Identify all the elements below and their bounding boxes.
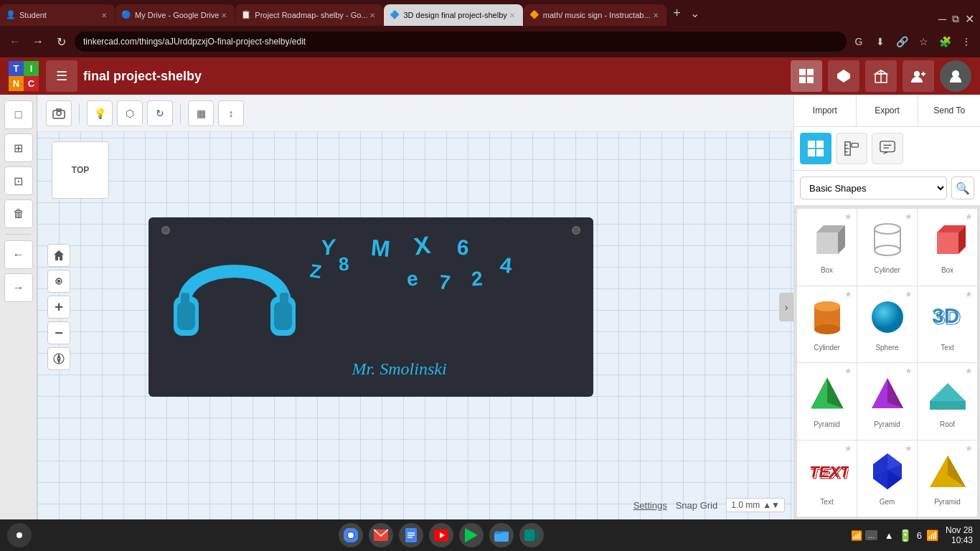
camera-view-button[interactable] — [46, 100, 72, 126]
taskbar-docs[interactable] — [399, 523, 423, 547]
new-shape-button[interactable]: □ — [4, 100, 33, 129]
panel-collapse-arrow[interactable]: › — [779, 293, 793, 321]
taskbar-play[interactable] — [459, 523, 484, 547]
compass-button[interactable] — [47, 347, 70, 370]
tab-instructables-close[interactable]: ✕ — [651, 10, 661, 20]
undo-button[interactable]: ← — [4, 240, 33, 269]
add-user-button[interactable] — [903, 60, 934, 92]
download-icon[interactable]: ⬇ — [872, 34, 888, 50]
app-container: T I N C ☰ final project-shelby — [0, 57, 980, 551]
tab-roadmap-close[interactable]: ✕ — [367, 10, 377, 20]
export-button[interactable]: Export — [857, 95, 919, 126]
taskbar-chrome[interactable] — [339, 523, 363, 547]
close-button[interactable]: ✕ — [965, 12, 974, 26]
minecraft-button[interactable] — [828, 60, 859, 92]
light-button[interactable]: 💡 — [87, 100, 113, 126]
box-favorite-star[interactable]: ★ — [844, 212, 852, 222]
svg-point-70 — [348, 532, 354, 538]
tab-tinkercad[interactable]: 🔷 3D design final project-shelby ✕ — [384, 4, 522, 26]
number-2: 2 — [471, 267, 484, 291]
roof-favorite-star[interactable]: ★ — [965, 366, 973, 376]
address-input[interactable]: tinkercad.com/things/aJUrddpzxjO-final-p… — [75, 32, 847, 52]
menu-icon[interactable]: ⋮ — [958, 34, 974, 50]
tab-drive[interactable]: 🔵 My Drive - Google Drive ✕ — [116, 4, 235, 26]
tab-student-close[interactable]: ✕ — [99, 10, 109, 20]
shape-item-roof[interactable]: ★ Roof — [918, 363, 977, 440]
taskbar-youtube[interactable] — [429, 523, 453, 547]
hamburger-menu-button[interactable]: ☰ — [46, 60, 77, 92]
letter-m: M — [369, 235, 391, 263]
google-account-icon[interactable]: G — [851, 34, 867, 50]
import-button[interactable]: Import — [794, 95, 857, 126]
cylinder-favorite-star[interactable]: ★ — [844, 289, 852, 299]
settings-link[interactable]: Settings — [633, 500, 667, 511]
grid-view-button[interactable] — [791, 60, 822, 92]
taskbar-gmail[interactable] — [369, 523, 393, 547]
text3d-favorite-star[interactable]: ★ — [965, 289, 973, 299]
shape-item-pyramid-purple[interactable]: ★ Pyramid — [857, 363, 917, 440]
send-to-button[interactable]: Send To — [918, 95, 980, 126]
fit-view-button[interactable] — [47, 270, 70, 293]
ungroup-button[interactable]: ⊡ — [4, 166, 33, 195]
back-button[interactable]: ← — [6, 32, 24, 51]
taskbar-files[interactable] — [489, 523, 514, 547]
tab-instructables[interactable]: 🔶 math/ music sign - Instructab... ✕ — [524, 4, 666, 26]
shape-item-text3d[interactable]: ★ 3D 3D Text — [918, 286, 977, 363]
tab-tinkercad-close[interactable]: ✕ — [507, 10, 517, 20]
extensions-icon[interactable]: 🧩 — [937, 34, 953, 50]
svg-rect-25 — [808, 141, 815, 148]
shape-item-sphere[interactable]: ★ — [857, 286, 917, 363]
shape-button[interactable]: ⬡ — [117, 100, 143, 126]
comment-panel-btn[interactable] — [872, 133, 903, 164]
align-button[interactable]: ▦ — [188, 100, 214, 126]
shape-item-pyramid-yellow[interactable]: ★ Pyramid — [918, 441, 977, 517]
box-red-favorite-star[interactable]: ★ — [965, 212, 973, 222]
user-avatar[interactable] — [940, 60, 971, 92]
box-button[interactable] — [865, 60, 897, 92]
tab-drive-label: My Drive - Google Drive — [135, 11, 219, 19]
shape-item-gem[interactable]: ★ Gem — [857, 441, 917, 517]
search-button[interactable]: 🔍 — [951, 176, 974, 199]
forward-button[interactable]: → — [29, 32, 47, 51]
delete-button[interactable]: 🗑 — [4, 199, 33, 228]
redo-button[interactable]: → — [4, 273, 33, 302]
reload-button[interactable]: ↻ — [52, 32, 70, 51]
shape-item-box-red[interactable]: ★ Box — [918, 209, 977, 286]
up-arrow-icon: ▲ — [885, 530, 894, 541]
gem-favorite-star[interactable]: ★ — [905, 443, 913, 453]
shape-category-select[interactable]: Basic Shapes — [800, 176, 947, 199]
group-button[interactable]: ⊞ — [4, 133, 33, 162]
tab-overflow-button[interactable]: ⌄ — [690, 6, 699, 20]
shape-item-cylinder-transparent[interactable]: ★ Cylinder — [857, 209, 917, 286]
home-view-button[interactable] — [47, 244, 70, 267]
shape-item-text-red[interactable]: ★ TEXT TEXT Text — [797, 441, 857, 517]
restore-button[interactable]: ⧉ — [952, 13, 959, 25]
shape-item-cylinder[interactable]: ★ Cylinder — [797, 286, 857, 363]
ruler-panel-btn[interactable] — [836, 133, 867, 164]
pyramid-g-favorite-star[interactable]: ★ — [844, 366, 852, 376]
taskbar-meet[interactable] — [519, 523, 544, 547]
zoom-out-button[interactable]: − — [47, 321, 70, 344]
tab-tinkercad-favicon: 🔷 — [390, 10, 400, 20]
view-cube[interactable]: TOP — [52, 141, 109, 199]
rotate-button[interactable]: ↻ — [147, 100, 173, 126]
pyramid-y-favorite-star[interactable]: ★ — [965, 443, 973, 453]
text-red-favorite-star[interactable]: ★ — [844, 443, 852, 453]
mirror-button[interactable]: ↕ — [218, 100, 244, 126]
zoom-in-button[interactable]: + — [47, 296, 70, 319]
tab-drive-close[interactable]: ✕ — [219, 10, 229, 20]
tab-roadmap[interactable]: 📋 Project Roadmap- shelby - Go... ✕ — [235, 4, 383, 26]
minimize-button[interactable]: ─ — [938, 13, 946, 26]
snap-grid-select[interactable]: 1.0 mm ▲▼ — [726, 498, 785, 512]
shape-item-pyramid-green[interactable]: ★ Pyramid — [797, 363, 857, 440]
tab-student[interactable]: 👤 Student ✕ — [0, 4, 115, 26]
bookmark-icon[interactable]: ☆ — [915, 34, 931, 50]
cylinder-t-favorite-star[interactable]: ★ — [905, 212, 913, 222]
shapes-panel-btn[interactable] — [800, 133, 831, 164]
share-icon[interactable]: 🔗 — [894, 34, 910, 50]
pyramid-p-favorite-star[interactable]: ★ — [905, 366, 913, 376]
sphere-favorite-star[interactable]: ★ — [905, 289, 913, 299]
svg-point-50 — [814, 301, 840, 311]
shape-item-box[interactable]: ★ Box — [797, 209, 857, 286]
new-tab-button[interactable]: + — [667, 3, 687, 23]
